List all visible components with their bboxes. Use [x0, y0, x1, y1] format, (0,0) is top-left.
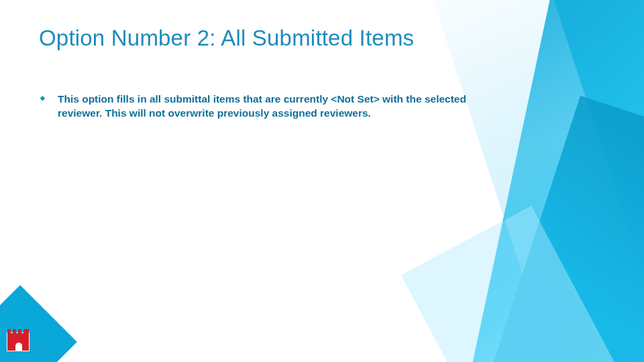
slide-content: Option Number 2: All Submitted Items Thi… [0, 0, 644, 121]
usace-castle-logo-icon [7, 333, 31, 353]
slide: Option Number 2: All Submitted Items Thi… [0, 0, 644, 362]
bullet-item: This option fills in all submittal items… [58, 93, 474, 121]
facet-shard [401, 206, 632, 362]
castle-icon [7, 333, 30, 351]
bullet-list: This option fills in all submittal items… [39, 93, 550, 121]
registered-mark: ® [34, 348, 38, 354]
facet-shard [477, 96, 644, 362]
slide-title: Option Number 2: All Submitted Items [39, 25, 550, 51]
